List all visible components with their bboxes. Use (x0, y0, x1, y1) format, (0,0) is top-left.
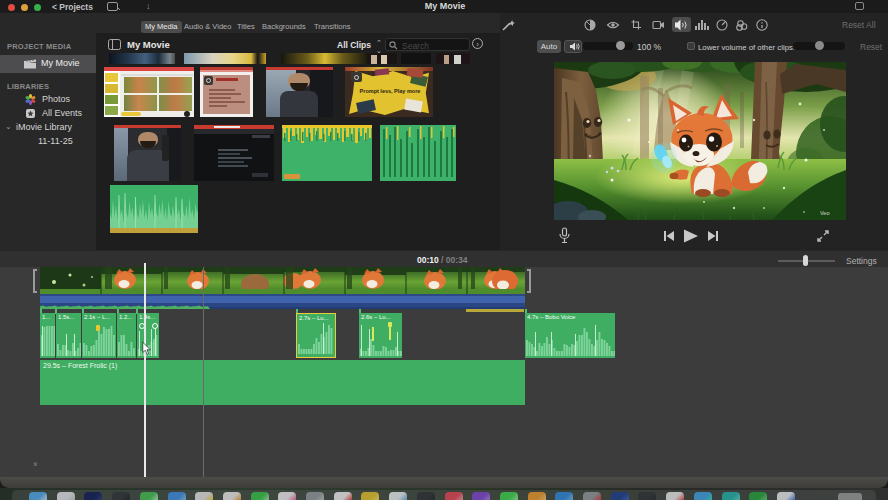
svg-text:Veo: Veo (820, 210, 829, 216)
